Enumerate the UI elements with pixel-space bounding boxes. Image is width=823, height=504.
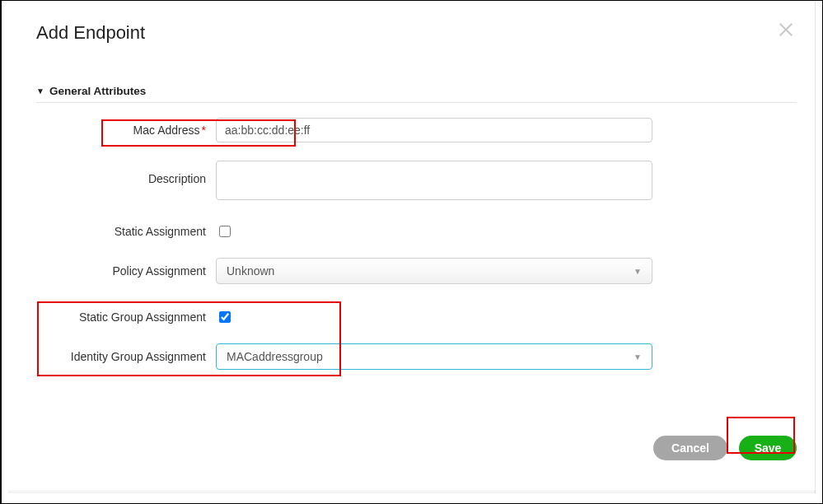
page-title: Add Endpoint bbox=[36, 22, 797, 44]
section-header[interactable]: ▼ General Attributes bbox=[36, 85, 797, 103]
identity-group-assignment-value: MACaddressgroup bbox=[227, 350, 323, 363]
row-static-assignment: Static Assignment bbox=[36, 223, 797, 240]
identity-group-assignment-label: Identity Group Assignment bbox=[36, 350, 216, 363]
add-endpoint-modal: Add Endpoint ▼ General Attributes Mac Ad… bbox=[8, 1, 816, 493]
row-description: Description bbox=[36, 161, 797, 200]
mac-address-input[interactable] bbox=[216, 118, 652, 142]
description-label: Description bbox=[36, 161, 216, 185]
save-button[interactable]: Save bbox=[739, 436, 797, 460]
static-group-assignment-label: Static Group Assignment bbox=[36, 310, 216, 324]
description-input[interactable] bbox=[216, 161, 652, 200]
policy-assignment-label: Policy Assignment bbox=[36, 264, 216, 278]
policy-assignment-select[interactable]: Unknown ▼ bbox=[216, 258, 652, 284]
row-mac-address: Mac Address* bbox=[36, 118, 797, 142]
footer-buttons: Cancel Save bbox=[653, 436, 797, 460]
row-policy-assignment: Policy Assignment Unknown ▼ bbox=[36, 258, 797, 284]
cancel-button[interactable]: Cancel bbox=[653, 436, 727, 460]
identity-group-assignment-select[interactable]: MACaddressgroup ▼ bbox=[216, 343, 652, 370]
caret-down-icon: ▼ bbox=[36, 86, 44, 96]
static-assignment-label: Static Assignment bbox=[36, 225, 216, 238]
static-assignment-checkbox[interactable] bbox=[219, 226, 231, 237]
close-icon[interactable] bbox=[777, 21, 795, 42]
policy-assignment-value: Unknown bbox=[227, 264, 274, 278]
chevron-down-icon: ▼ bbox=[634, 267, 642, 276]
mac-address-label: Mac Address* bbox=[36, 124, 216, 137]
section-label: General Attributes bbox=[49, 85, 146, 97]
row-identity-group-assignment: Identity Group Assignment MACaddressgrou… bbox=[36, 343, 797, 370]
static-group-assignment-checkbox[interactable] bbox=[219, 311, 231, 323]
row-static-group-assignment: Static Group Assignment bbox=[36, 309, 797, 325]
shadow-divider bbox=[8, 490, 816, 493]
chevron-down-icon: ▼ bbox=[634, 352, 642, 362]
